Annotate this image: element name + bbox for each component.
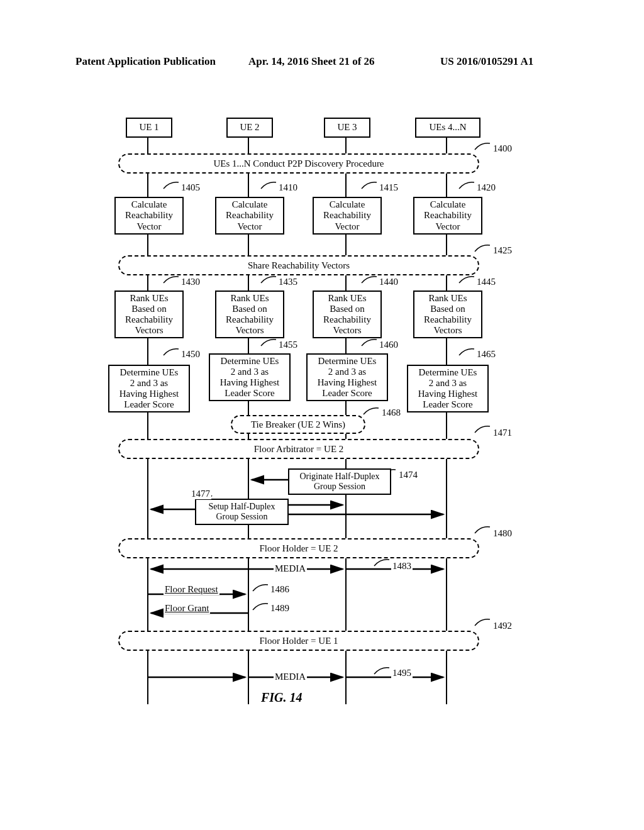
ref-1430: 1430 [180,277,201,287]
bubble-share: Share Reachability Vectors [118,255,479,275]
ref-1465: 1465 [475,349,497,360]
step-setup: Setup Half-Duplex Group Session [195,499,289,525]
ref-1480: 1480 [492,528,513,539]
step-calc-ue4: Calculate Reachability Vector [413,197,482,235]
step-det-ue1: Determine UEs 2 and 3 as Having Highest … [108,365,190,412]
ref-1483: 1483 [391,561,413,572]
header-left: Patent Application Publication [75,55,216,68]
ref-1495: 1495 [391,668,413,678]
lane-ue3: UE 3 [324,118,370,138]
bubble-discovery: UEs 1...N Conduct P2P Discovery Procedur… [118,153,479,174]
floor-grant-label: Floor Grant [164,603,210,614]
ref-1440: 1440 [378,277,399,287]
media-label-1: MEDIA [274,563,307,574]
step-calc-ue2: Calculate Reachability Vector [215,197,284,235]
ref-1445: 1445 [475,277,497,287]
header-center: Apr. 14, 2016 Sheet 21 of 26 [248,55,375,68]
lane-ue2: UE 2 [226,118,273,138]
bubble-tiebreak: Tie Breaker (UE 2 Wins) [231,415,365,434]
ref-1405: 1405 [180,182,201,193]
ref-1468: 1468 [380,407,402,418]
bubble-floorholder-ue1: Floor Holder = UE 1 [118,631,479,651]
bubble-floorholder-ue2: Floor Holder = UE 2 [118,538,479,558]
ref-1486: 1486 [269,584,291,595]
step-calc-ue3: Calculate Reachability Vector [313,197,382,235]
step-det-ue2: Determine UEs 2 and 3 as Having Highest … [209,353,291,401]
ref-1477: 1477 [190,489,211,499]
floor-request-label: Floor Request [164,584,219,595]
ref-1420: 1420 [475,182,497,193]
ref-1450: 1450 [180,349,201,360]
step-rank-ue2: Rank UEs Based on Reachability Vectors [215,290,284,338]
ref-1400: 1400 [492,143,513,154]
step-det-ue4: Determine UEs 2 and 3 as Having Highest … [407,365,489,412]
ref-1425: 1425 [492,245,513,256]
ref-1410: 1410 [277,182,299,193]
ref-1474: 1474 [397,470,419,480]
figure-label: FIG. 14 [261,690,303,705]
media-label-2: MEDIA [274,672,307,682]
step-rank-ue4: Rank UEs Based on Reachability Vectors [413,290,482,338]
lane-ue4n: UEs 4...N [415,118,480,138]
ref-1455: 1455 [277,340,299,350]
ref-1415: 1415 [378,182,399,193]
lane-ue1: UE 1 [126,118,172,138]
step-originate: Originate Half-Duplex Group Session [288,468,391,495]
bubble-arbitrator: Floor Arbitrator = UE 2 [118,439,479,459]
step-rank-ue1: Rank UEs Based on Reachability Vectors [114,290,184,338]
ref-1435: 1435 [277,277,299,287]
step-det-ue3: Determine UEs 2 and 3 as Having Highest … [306,353,388,401]
ref-1492: 1492 [492,621,513,631]
ref-1489: 1489 [269,603,291,614]
ref-1460: 1460 [378,340,399,350]
ref-1471: 1471 [492,428,513,438]
step-rank-ue3: Rank UEs Based on Reachability Vectors [313,290,382,338]
step-calc-ue1: Calculate Reachability Vector [114,197,184,235]
header-right: US 2016/0105291 A1 [440,55,533,68]
